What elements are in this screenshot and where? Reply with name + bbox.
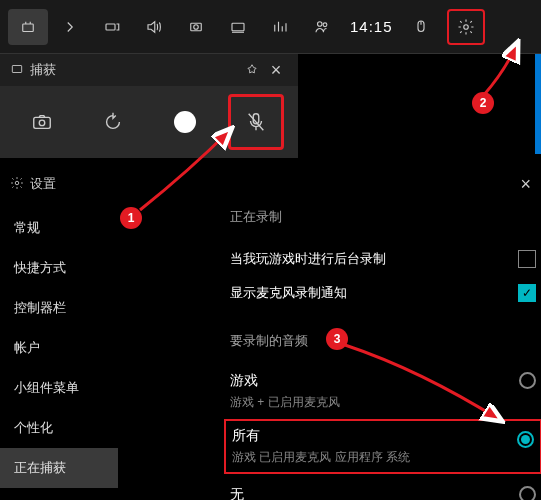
audio-opt-game-sub: 游戏 + 已启用麦克风 <box>230 394 340 411</box>
svg-rect-10 <box>34 117 51 128</box>
sidebar-item-general[interactable]: 常规 <box>0 208 118 248</box>
sidebar-item-account[interactable]: 帐户 <box>0 328 118 368</box>
xbox-social-icon[interactable] <box>302 9 342 45</box>
sidebar-item-gaming[interactable]: 游戏功能 <box>0 488 118 500</box>
section-recording-title: 正在录制 <box>230 208 536 226</box>
bg-record-label: 当我玩游戏时进行后台录制 <box>230 250 386 268</box>
settings-content: 正在录制 当我玩游戏时进行后台录制 显示麦克风录制通知 ✓ 要录制的音频 游戏 … <box>230 208 536 500</box>
pin-icon[interactable] <box>240 63 264 77</box>
annotation-badge-3: 3 <box>326 328 348 350</box>
annotation-badge-1: 1 <box>120 207 142 229</box>
chevron-right-icon[interactable] <box>50 9 90 45</box>
widget-title: 捕获 <box>30 61 240 79</box>
settings-header: 设置 × <box>0 168 541 200</box>
record-button[interactable] <box>157 94 213 150</box>
widget-icon <box>10 62 24 79</box>
mic-toggle-button[interactable] <box>228 94 284 150</box>
section-audio-title: 要录制的音频 <box>230 332 536 350</box>
capture-icon[interactable] <box>176 9 216 45</box>
settings-close-icon[interactable]: × <box>520 174 531 195</box>
sidebar-item-capturing[interactable]: 正在捕获 <box>0 448 118 488</box>
mic-notify-checkbox[interactable]: ✓ <box>518 284 536 302</box>
svg-rect-0 <box>23 24 34 32</box>
audio-opt-none-radio[interactable] <box>519 486 536 500</box>
audio-opt-all-sub: 游戏 已启用麦克风 应用程序 系统 <box>232 449 410 466</box>
annotation-badge-2: 2 <box>472 92 494 114</box>
toolbar-pin-icon[interactable] <box>8 9 48 45</box>
svg-point-11 <box>39 120 45 126</box>
svg-point-8 <box>463 24 468 29</box>
svg-rect-9 <box>12 65 21 72</box>
sidebar-item-widgets[interactable]: 小组件菜单 <box>0 368 118 408</box>
svg-point-5 <box>318 21 323 26</box>
gear-icon <box>10 176 24 193</box>
record-last-button[interactable] <box>85 94 141 150</box>
capture-widget-header: 捕获 × <box>0 54 298 86</box>
bg-record-checkbox[interactable] <box>518 250 536 268</box>
capture-toolbar <box>0 86 298 158</box>
audio-opt-game-radio[interactable] <box>519 372 536 389</box>
audio-opt-none-title: 无 <box>230 486 326 500</box>
mic-notify-label: 显示麦克风录制通知 <box>230 284 347 302</box>
svg-point-3 <box>194 24 199 29</box>
settings-sidebar: 常规 快捷方式 控制器栏 帐户 小组件菜单 个性化 正在捕获 游戏功能 <box>0 208 118 500</box>
screenshot-button[interactable] <box>14 94 70 150</box>
svg-point-6 <box>323 22 327 26</box>
audio-opt-all-radio[interactable] <box>517 431 534 448</box>
scroll-indicator <box>535 54 541 154</box>
sidebar-item-shortcuts[interactable]: 快捷方式 <box>0 248 118 288</box>
svg-point-13 <box>15 181 19 185</box>
sidebar-item-controller[interactable]: 控制器栏 <box>0 288 118 328</box>
audio-opt-game-title: 游戏 <box>230 372 340 390</box>
clock-time: 14:15 <box>344 18 399 35</box>
settings-title: 设置 <box>30 175 520 193</box>
svg-rect-4 <box>232 23 244 31</box>
audio-opt-all-title: 所有 <box>232 427 410 445</box>
svg-rect-1 <box>106 24 115 30</box>
resources-icon[interactable] <box>260 9 300 45</box>
performance-icon[interactable] <box>218 9 258 45</box>
close-icon[interactable]: × <box>264 60 288 81</box>
sidebar-item-personalize[interactable]: 个性化 <box>0 408 118 448</box>
audio-icon[interactable] <box>134 9 174 45</box>
mouse-icon[interactable] <box>401 9 441 45</box>
settings-gear-icon[interactable] <box>447 9 485 45</box>
broadcast-icon[interactable] <box>92 9 132 45</box>
